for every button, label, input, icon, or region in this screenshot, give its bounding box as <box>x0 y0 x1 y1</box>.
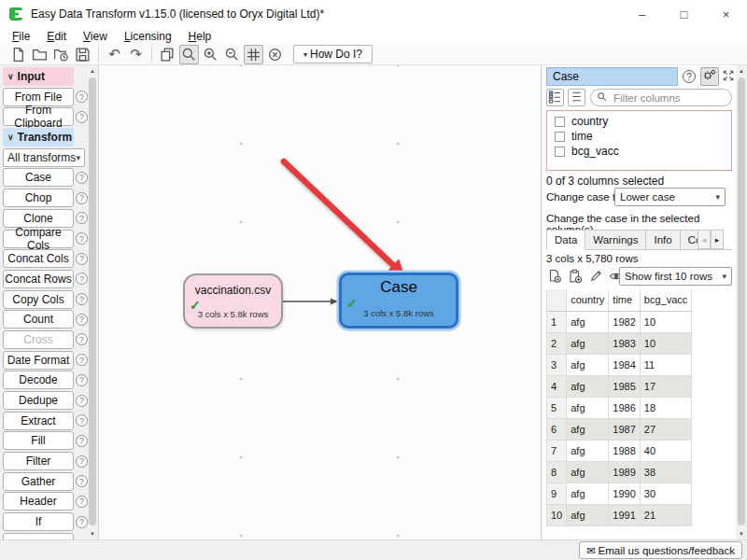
help-icon[interactable]: ? <box>76 91 88 103</box>
sidebar-button-date-format[interactable]: Date Format <box>3 351 74 370</box>
right-panel-scrollbar[interactable]: ▲ ▼ <box>736 65 747 539</box>
change-case-dropdown[interactable]: Lower case ▾ <box>614 188 726 206</box>
sidebar-button-case[interactable]: Case <box>3 168 74 187</box>
tab-next-icon[interactable]: ▸ <box>711 230 724 249</box>
help-icon[interactable]: ? <box>76 475 88 487</box>
sidebar-button-decode[interactable]: Decode <box>3 371 74 389</box>
select-columns-button[interactable] <box>546 89 564 106</box>
zoom-in-button[interactable] <box>201 45 220 64</box>
tab-warnings[interactable]: Warnings <box>585 230 646 249</box>
help-icon[interactable]: ? <box>76 516 88 528</box>
help-icon[interactable]: ? <box>76 293 88 305</box>
tab-data[interactable]: Data <box>546 230 585 250</box>
sidebar-button-count[interactable]: Count <box>3 310 74 329</box>
sidebar-button-partial[interactable] <box>3 533 74 539</box>
row-number-header[interactable] <box>547 289 567 311</box>
help-icon[interactable]: ? <box>76 374 88 386</box>
menu-licensing[interactable]: Licensing <box>116 30 180 43</box>
help-icon[interactable]: ? <box>76 435 88 447</box>
right-panel-scrollbar-thumb[interactable] <box>738 77 745 525</box>
help-icon[interactable]: ? <box>76 395 88 407</box>
sidebar-button-concat-cols[interactable]: Concat Cols <box>3 249 74 268</box>
column-header-bcg_vacc[interactable]: bcg_vacc <box>640 289 691 311</box>
tab-prev-icon[interactable]: ◂ <box>698 230 711 249</box>
grid-toggle-button[interactable] <box>244 45 263 64</box>
help-icon[interactable]: ? <box>76 273 88 285</box>
save-button[interactable] <box>73 45 92 64</box>
transform-filter-dropdown[interactable]: All transforms▾ <box>3 148 85 167</box>
help-icon[interactable]: ? <box>76 354 88 366</box>
duplicate-button[interactable] <box>158 45 177 64</box>
sidebar-button-chop[interactable]: Chop <box>3 189 74 207</box>
show-rows-dropdown[interactable]: Show first 10 rows ▾ <box>619 267 732 286</box>
row-number: 7 <box>547 440 567 461</box>
checkbox[interactable] <box>555 117 565 127</box>
email-feedback-button[interactable]: ✉ Email us questions/feedback <box>579 541 742 559</box>
open-file-button[interactable] <box>30 45 49 64</box>
canvas[interactable]: vaccination.csv ✓ 3 cols x 5.8k rows Cas… <box>98 65 542 539</box>
sidebar-button-compare-cols[interactable]: Compare Cols <box>3 230 74 248</box>
sidebar-button-extract[interactable]: Extract <box>3 412 74 430</box>
sidebar-button-filter[interactable]: Filter <box>3 452 74 470</box>
how-do-i-button[interactable]: ▾ How Do I? <box>293 45 373 63</box>
help-icon[interactable]: ? <box>76 253 88 265</box>
section-header-input[interactable]: ∨Input <box>3 67 74 86</box>
sidebar-row-filter: Filter? <box>3 452 88 470</box>
scroll-up-icon[interactable]: ▲ <box>736 65 747 77</box>
sidebar-button-from-clipboard[interactable]: From Clipboard <box>3 107 74 126</box>
sidebar-button-dedupe[interactable]: Dedupe <box>3 391 74 410</box>
filter-columns-input[interactable] <box>612 91 714 105</box>
menu-edit[interactable]: Edit <box>38 30 75 43</box>
minimize-button[interactable]: – <box>621 0 663 28</box>
help-icon[interactable]: ? <box>76 496 88 508</box>
scroll-down-icon[interactable]: ▼ <box>736 528 747 539</box>
tab-info[interactable]: Info <box>646 230 680 249</box>
maximize-button[interactable]: □ <box>663 0 705 28</box>
sidebar-button-if[interactable]: If <box>3 512 74 531</box>
help-icon[interactable]: ? <box>76 192 88 204</box>
help-icon[interactable]: ? <box>76 232 88 245</box>
sidebar-scrollbar-thumb[interactable] <box>89 77 96 525</box>
help-icon[interactable]: ? <box>76 212 88 224</box>
close-button[interactable]: × <box>705 0 747 28</box>
help-icon[interactable]: ? <box>76 333 88 345</box>
node-vaccination-csv[interactable]: vaccination.csv ✓ 3 cols x 5.8k rows <box>183 273 283 329</box>
sidebar-button-header[interactable]: Header <box>3 492 74 511</box>
column-header-time[interactable]: time <box>609 289 640 311</box>
section-header-transform[interactable]: ∨Transform <box>3 128 74 147</box>
sidebar-button-gather[interactable]: Gather <box>3 472 74 491</box>
help-icon[interactable]: ? <box>76 455 88 468</box>
copy-data-button[interactable] <box>545 268 564 287</box>
node-case[interactable]: Case ✓ 3 cols x 5.8k rows <box>339 273 458 329</box>
new-file-button[interactable] <box>8 45 28 64</box>
menu-help[interactable]: Help <box>180 30 220 43</box>
undo-button[interactable]: ↶ <box>105 45 124 64</box>
scroll-down-icon[interactable]: ▼ <box>88 528 97 539</box>
sidebar-button-concat-rows[interactable]: Concat Rows <box>3 270 74 288</box>
checkbox[interactable] <box>555 147 565 157</box>
menu-file[interactable]: File <box>4 30 38 43</box>
help-icon[interactable]: ? <box>76 172 88 184</box>
help-icon[interactable]: ? <box>76 314 88 326</box>
sidebar-button-copy-cols[interactable]: Copy Cols <box>3 290 74 309</box>
zoom-tool-button[interactable] <box>179 45 199 64</box>
cancel-button[interactable] <box>265 45 285 64</box>
sidebar-button-fill[interactable]: Fill <box>3 431 74 450</box>
menu-view[interactable]: View <box>75 30 116 43</box>
checkbox[interactable] <box>555 132 565 142</box>
column-header-country[interactable]: country <box>567 289 609 311</box>
redo-button[interactable]: ↷ <box>126 45 146 64</box>
paste-data-button[interactable] <box>566 268 585 287</box>
help-icon[interactable]: ? <box>76 414 88 427</box>
expand-panel-button[interactable] <box>721 67 736 86</box>
help-icon[interactable]: ? <box>76 111 88 123</box>
zoom-out-button[interactable] <box>222 45 242 64</box>
help-button[interactable]: ? <box>680 67 698 86</box>
list-view-button[interactable] <box>568 89 585 106</box>
sidebar-scrollbar[interactable]: ▲ ▼ <box>88 65 97 539</box>
edit-data-button[interactable] <box>586 268 605 287</box>
open-recent-button[interactable] <box>51 45 71 64</box>
settings-button[interactable] <box>700 67 719 86</box>
filter-columns-field[interactable] <box>590 89 732 106</box>
scroll-up-icon[interactable]: ▲ <box>88 65 97 77</box>
